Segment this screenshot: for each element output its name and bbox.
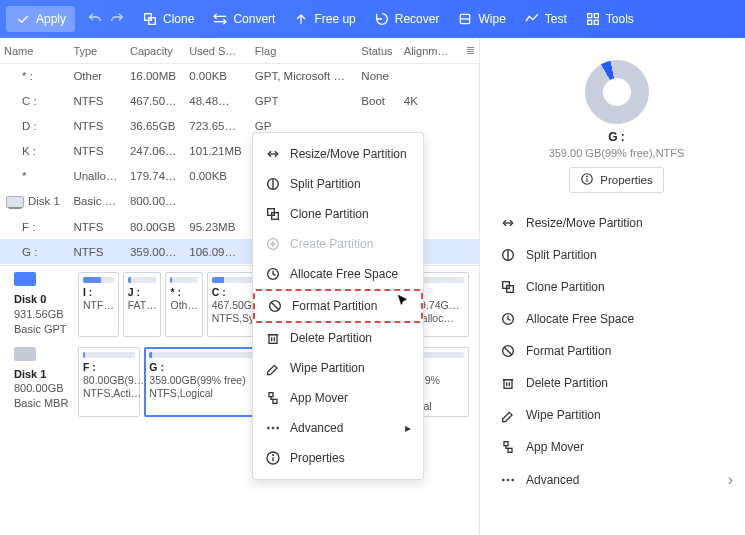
- cursor-icon: [396, 294, 410, 308]
- op-format-partition[interactable]: Format Partition: [498, 335, 735, 367]
- toolbar-convert-button[interactable]: Convert: [203, 6, 284, 32]
- menu-advanced[interactable]: Advanced ▸: [253, 413, 423, 443]
- wipe-part-icon: [500, 407, 516, 423]
- menu-label: Delete Partition: [290, 331, 372, 345]
- svg-point-50: [512, 479, 514, 481]
- properties-button[interactable]: Properties: [569, 167, 663, 193]
- wipe-part-icon: [265, 360, 281, 376]
- svg-rect-8: [587, 20, 591, 24]
- app-mover-icon: [500, 439, 516, 455]
- menu-label: Advanced: [290, 421, 343, 435]
- menu-app-mover[interactable]: App Mover: [253, 383, 423, 413]
- svg-rect-46: [504, 442, 508, 446]
- properties-icon: [265, 450, 281, 466]
- svg-point-49: [507, 479, 509, 481]
- menu-properties[interactable]: Properties: [253, 443, 423, 473]
- toolbar-recover-button[interactable]: Recover: [365, 6, 449, 32]
- column-header[interactable]: Type: [69, 38, 126, 64]
- op-delete-partition[interactable]: Delete Partition: [498, 367, 735, 399]
- column-header[interactable]: Used S…: [185, 38, 251, 64]
- svg-rect-47: [508, 448, 512, 452]
- partition-block[interactable]: F : 80.00GB(9…NTFS,Acti…: [78, 347, 140, 418]
- toolbar-label: Wipe: [478, 12, 505, 26]
- main-toolbar: Apply Clone Convert Free up Recover Wipe…: [0, 0, 745, 38]
- disk-icon: [6, 196, 24, 208]
- op-wipe-partition[interactable]: Wipe Partition: [498, 399, 735, 431]
- menu-label: Clone Partition: [290, 207, 369, 221]
- svg-rect-42: [504, 380, 512, 389]
- svg-rect-6: [587, 14, 591, 18]
- tools-icon: [585, 11, 601, 27]
- menu-allocate-free-space[interactable]: Allocate Free Space: [253, 259, 423, 289]
- redo-icon[interactable]: [109, 11, 125, 27]
- test-icon: [524, 11, 540, 27]
- chevron-right-icon: ›: [728, 471, 733, 489]
- toolbar-clone-button[interactable]: Clone: [133, 6, 203, 32]
- table-row[interactable]: C : NTFS467.50…48.48…GPTBoot4K: [0, 89, 479, 114]
- partition-block[interactable]: I : NTF…: [78, 272, 119, 337]
- toolbar-label: Recover: [395, 12, 440, 26]
- op-label: Wipe Partition: [526, 408, 601, 422]
- svg-rect-7: [594, 14, 598, 18]
- toolbar-label: Test: [545, 12, 567, 26]
- svg-line-41: [504, 347, 512, 355]
- svg-line-19: [271, 302, 279, 310]
- table-row[interactable]: * : Other16.00MB0.00KBGPT, Microsoft …No…: [0, 64, 479, 89]
- allocate-icon: [500, 311, 516, 327]
- delete-icon: [265, 330, 281, 346]
- menu-clone-partition[interactable]: Clone Partition: [253, 199, 423, 229]
- op-label: App Mover: [526, 440, 584, 454]
- op-label: Advanced: [526, 473, 579, 487]
- apply-button[interactable]: Apply: [6, 6, 75, 32]
- op-label: Format Partition: [526, 344, 611, 358]
- toolbar-label: Free up: [314, 12, 355, 26]
- menu-label: Format Partition: [292, 299, 377, 313]
- op-app-mover[interactable]: App Mover: [498, 431, 735, 463]
- svg-rect-9: [594, 20, 598, 24]
- toolbar-label: Tools: [606, 12, 634, 26]
- column-header[interactable]: Name: [0, 38, 69, 64]
- resize-icon: [265, 146, 281, 162]
- svg-rect-25: [273, 399, 277, 403]
- clone-icon: [265, 206, 281, 222]
- clone-icon: [500, 279, 516, 295]
- toolbar-tools-button[interactable]: Tools: [576, 6, 643, 32]
- op-resize-move-partition[interactable]: Resize/Move Partition: [498, 207, 735, 239]
- allocate-icon: [265, 266, 281, 282]
- svg-rect-24: [269, 393, 273, 397]
- menu-label: Create Partition: [290, 237, 373, 251]
- partition-block[interactable]: * : Oth…: [165, 272, 202, 337]
- column-header[interactable]: Alignm…: [400, 38, 457, 64]
- split-icon: [500, 247, 516, 263]
- apply-label: Apply: [36, 12, 66, 26]
- disk-badge-icon: [14, 272, 36, 286]
- toolbar-wipe-button[interactable]: Wipe: [448, 6, 514, 32]
- advanced-icon: [500, 472, 516, 488]
- op-split-partition[interactable]: Split Partition: [498, 239, 735, 271]
- list-view-icon[interactable]: ≣: [457, 38, 479, 64]
- menu-label: Resize/Move Partition: [290, 147, 407, 161]
- format-icon: [500, 343, 516, 359]
- toolbar-free-up-button[interactable]: Free up: [284, 6, 364, 32]
- usage-pie-icon: [573, 48, 660, 135]
- resize-icon: [500, 215, 516, 231]
- svg-point-27: [272, 427, 274, 429]
- menu-delete-partition[interactable]: Delete Partition: [253, 323, 423, 353]
- split-icon: [265, 176, 281, 192]
- op-clone-partition[interactable]: Clone Partition: [498, 271, 735, 303]
- menu-label: App Mover: [290, 391, 348, 405]
- column-header[interactable]: Capacity: [126, 38, 185, 64]
- clone-icon: [142, 11, 158, 27]
- menu-wipe-partition[interactable]: Wipe Partition: [253, 353, 423, 383]
- op-advanced[interactable]: Advanced ›: [498, 463, 735, 497]
- op-label: Delete Partition: [526, 376, 608, 390]
- menu-split-partition[interactable]: Split Partition: [253, 169, 423, 199]
- op-allocate-free-space[interactable]: Allocate Free Space: [498, 303, 735, 335]
- column-header[interactable]: Status: [357, 38, 400, 64]
- menu-resize-move-partition[interactable]: Resize/Move Partition: [253, 139, 423, 169]
- column-header[interactable]: Flag: [251, 38, 357, 64]
- partition-block[interactable]: J : FAT…: [123, 272, 162, 337]
- toolbar-test-button[interactable]: Test: [515, 6, 576, 32]
- app-mover-icon: [265, 390, 281, 406]
- undo-icon[interactable]: [87, 11, 103, 27]
